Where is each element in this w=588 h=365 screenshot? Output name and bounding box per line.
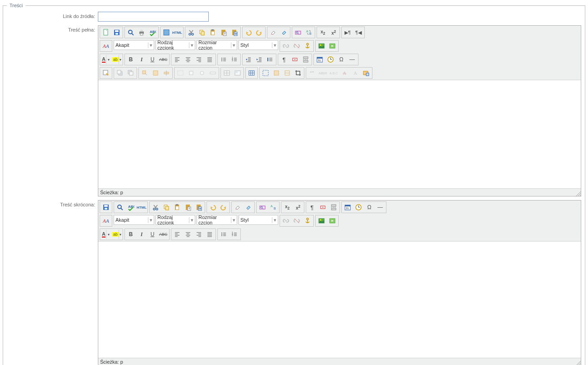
anchor-button[interactable]	[303, 216, 312, 226]
attribs-button[interactable]	[361, 68, 371, 78]
subscript-button[interactable]: x2	[282, 202, 292, 212]
preview-button[interactable]	[126, 27, 136, 37]
bold-button[interactable]: B	[126, 229, 136, 239]
radio-button[interactable]	[197, 68, 207, 78]
paste-text-button[interactable]: T	[219, 27, 229, 37]
paste-button[interactable]	[172, 202, 182, 212]
save-button[interactable]	[101, 202, 111, 212]
link-button[interactable]	[281, 216, 291, 226]
ol-button[interactable]: 123	[230, 229, 239, 239]
erase-format-button[interactable]	[268, 27, 278, 37]
save-button[interactable]	[112, 27, 122, 37]
nbsp-button[interactable]	[318, 202, 328, 212]
link-input[interactable]	[98, 12, 209, 22]
font-family-select[interactable]: Rodzaj czcionk▾	[156, 215, 195, 225]
find-button[interactable]	[257, 202, 267, 212]
cleanup-button[interactable]	[279, 27, 289, 37]
visual-aid-button[interactable]	[271, 68, 281, 78]
edit-css-button[interactable]	[101, 68, 111, 78]
spellcheck-button[interactable]: ABC	[126, 202, 136, 212]
rtl-button[interactable]: ¶◀	[354, 27, 363, 37]
show-para-button[interactable]: ¶	[307, 202, 317, 212]
table-button[interactable]	[222, 68, 232, 78]
layer-front-button[interactable]	[126, 68, 136, 78]
align-left-button[interactable]	[172, 229, 182, 239]
anchor-button[interactable]	[303, 41, 312, 51]
spellcheck-button[interactable]: ABC	[147, 27, 157, 37]
html-button[interactable]: HTML	[172, 27, 182, 37]
bg-color-button[interactable]: ab▾	[112, 55, 122, 64]
form-button[interactable]	[175, 68, 185, 78]
new-doc-button[interactable]	[101, 27, 111, 37]
undo-button[interactable]	[243, 27, 253, 37]
image-button[interactable]	[317, 216, 326, 226]
font-size-select[interactable]: Rozmiar czcion▾	[197, 40, 237, 50]
align-right-button[interactable]	[194, 229, 204, 239]
blockquote-button[interactable]	[265, 55, 275, 64]
pagebreak-button[interactable]	[329, 202, 339, 212]
copy-button[interactable]	[197, 27, 207, 37]
align-right-button[interactable]	[194, 55, 204, 64]
image-button[interactable]	[317, 41, 326, 51]
media-button[interactable]	[327, 216, 337, 226]
font-size-select[interactable]: Rozmiar czcion▾	[197, 215, 237, 225]
unlink-button[interactable]	[292, 216, 302, 226]
table-cell-button[interactable]	[233, 68, 243, 78]
show-para-button[interactable]: ¶	[279, 55, 289, 64]
media-button[interactable]	[327, 41, 337, 51]
text-color-button[interactable]: A▾	[101, 229, 111, 239]
select-all-button[interactable]	[261, 68, 271, 78]
paste-word-button[interactable]: W	[194, 202, 204, 212]
date-button[interactable]: 31	[315, 55, 325, 64]
pagebreak-button[interactable]	[301, 55, 311, 64]
textfield-button[interactable]	[208, 68, 218, 78]
nbsp-button[interactable]	[290, 55, 300, 64]
cite-button[interactable]: ❝❞	[307, 68, 317, 78]
replace-button[interactable]: AB	[304, 27, 314, 37]
table-insert-button[interactable]	[247, 68, 257, 78]
time-button[interactable]	[326, 55, 335, 64]
paragraph-select[interactable]: Akapit▾	[114, 40, 154, 50]
abs-pos-button[interactable]	[140, 68, 150, 78]
unlink-button[interactable]	[292, 41, 302, 51]
layer-back-button[interactable]	[115, 68, 125, 78]
paste-word-button[interactable]: W	[230, 27, 239, 37]
ul-button[interactable]	[219, 229, 229, 239]
align-center-button[interactable]	[183, 55, 193, 64]
bold-button[interactable]: B	[126, 55, 136, 64]
align-justify-button[interactable]	[205, 55, 215, 64]
ul-button[interactable]	[219, 55, 229, 64]
acronym-button[interactable]: A.B.C	[329, 68, 339, 78]
redo-button[interactable]	[219, 202, 229, 212]
paste-text-button[interactable]: T	[183, 202, 193, 212]
subscript-button[interactable]: x2	[318, 27, 328, 37]
font-picker-button[interactable]: AA	[101, 41, 111, 51]
insert-layer-button[interactable]	[151, 68, 161, 78]
special-char-button[interactable]: Ω	[364, 202, 374, 212]
cut-button[interactable]	[151, 202, 161, 212]
copy-button[interactable]	[161, 202, 171, 212]
cleanup-button[interactable]	[243, 202, 253, 212]
short-editor-canvas[interactable]	[98, 241, 581, 358]
html-button[interactable]: HTML	[137, 202, 147, 212]
outdent-button[interactable]	[243, 55, 253, 64]
strike-button[interactable]: ABC	[158, 55, 168, 64]
superscript-button[interactable]: x2	[293, 202, 303, 212]
strike-button[interactable]: ABC	[158, 229, 168, 239]
guidelines-button[interactable]	[282, 68, 292, 78]
italic-button[interactable]: I	[137, 55, 147, 64]
bg-color-button[interactable]: ab▾	[112, 229, 122, 239]
ltr-button[interactable]: ▶¶	[343, 27, 353, 37]
undo-button[interactable]	[208, 202, 218, 212]
align-left-button[interactable]	[172, 55, 182, 64]
replace-button[interactable]: AB	[268, 202, 278, 212]
cut-button[interactable]	[186, 27, 196, 37]
font-picker-button[interactable]: AA	[101, 216, 111, 226]
italic-button[interactable]: I	[137, 229, 147, 239]
checkbox-button[interactable]	[186, 68, 196, 78]
full-editor-canvas[interactable]	[98, 80, 581, 188]
align-justify-button[interactable]	[205, 229, 215, 239]
fullscreen-button[interactable]	[161, 27, 171, 37]
underline-button[interactable]: U	[147, 55, 157, 64]
ins-button[interactable]: A	[350, 68, 360, 78]
